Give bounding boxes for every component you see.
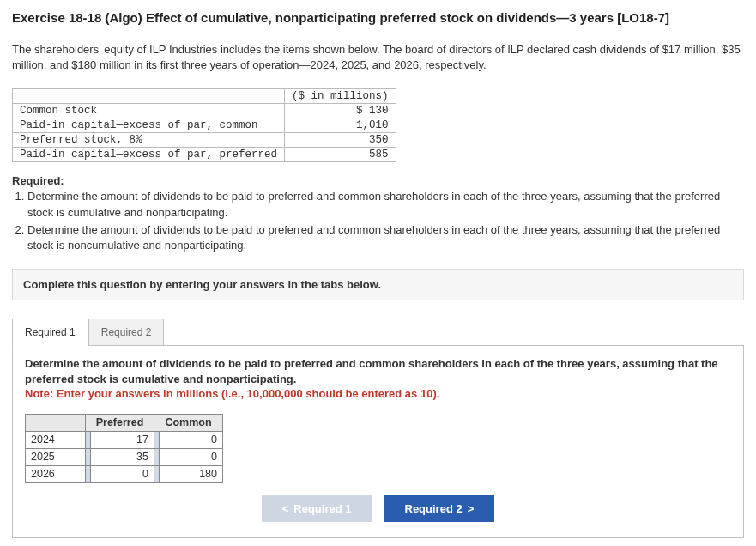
preferred-input[interactable]: 35 bbox=[86, 448, 154, 465]
year-cell: 2026 bbox=[26, 465, 86, 482]
next-label: Required 2 bbox=[405, 502, 463, 515]
equity-header: ($ in millions) bbox=[285, 89, 396, 104]
tab-panel: Determine the amount of dividends to be … bbox=[12, 345, 744, 538]
equity-row-value: 350 bbox=[285, 133, 396, 148]
equity-row-value: 585 bbox=[285, 148, 396, 162]
equity-row-label: Preferred stock, 8% bbox=[13, 133, 285, 148]
instruction-box: Complete this question by entering your … bbox=[12, 269, 744, 300]
tab-instruction: Determine the amount of dividends to be … bbox=[25, 356, 731, 386]
preferred-input[interactable]: 17 bbox=[86, 431, 154, 448]
required-list: Determine the amount of dividends to be … bbox=[12, 189, 744, 253]
intro-text: The shareholders' equity of ILP Industri… bbox=[12, 42, 744, 73]
common-input[interactable]: 180 bbox=[154, 465, 223, 482]
required-item-2: Determine the amount of dividends to be … bbox=[27, 222, 744, 253]
common-header: Common bbox=[154, 414, 223, 431]
tabs: Required 1 Required 2 bbox=[12, 318, 744, 345]
equity-row-value: 1,010 bbox=[285, 118, 396, 133]
equity-row-label: Common stock bbox=[13, 104, 285, 118]
table-row: 2025 35 0 bbox=[26, 448, 223, 465]
table-row: 2024 17 0 bbox=[26, 431, 223, 448]
table-row: 2026 0 180 bbox=[26, 465, 223, 482]
equity-row-label: Paid-in capital—excess of par, common bbox=[13, 118, 285, 133]
year-cell: 2025 bbox=[26, 448, 86, 465]
chevron-left-icon: < bbox=[282, 502, 289, 515]
exercise-title: Exercise 18-18 (Algo) Effect of cumulati… bbox=[12, 9, 744, 27]
equity-row-value: $ 130 bbox=[285, 104, 396, 118]
prev-button[interactable]: < Required 1 bbox=[262, 495, 372, 522]
required-item-1: Determine the amount of dividends to be … bbox=[27, 189, 744, 220]
nav-buttons: < Required 1 Required 2 > bbox=[25, 495, 731, 522]
preferred-header: Preferred bbox=[86, 414, 154, 431]
prev-label: Required 1 bbox=[293, 502, 351, 515]
tab-required-1[interactable]: Required 1 bbox=[12, 318, 88, 346]
answer-table: Preferred Common 2024 17 0 2025 35 0 202… bbox=[25, 414, 223, 483]
tab-required-2[interactable]: Required 2 bbox=[88, 318, 165, 346]
required-label: Required: bbox=[12, 174, 744, 187]
equity-blank-header bbox=[13, 89, 285, 104]
instruction-text: Complete this question by entering your … bbox=[23, 278, 733, 291]
next-button[interactable]: Required 2 > bbox=[384, 495, 495, 522]
preferred-input[interactable]: 0 bbox=[86, 465, 154, 482]
equity-table: ($ in millions) Common stock $ 130 Paid-… bbox=[12, 88, 396, 162]
equity-row-label: Paid-in capital—excess of par, preferred bbox=[13, 148, 285, 162]
year-cell: 2024 bbox=[26, 431, 86, 448]
chevron-right-icon: > bbox=[468, 502, 475, 515]
answer-blank-header bbox=[26, 414, 86, 431]
tab-note: Note: Enter your answers in millions (i.… bbox=[25, 386, 731, 402]
common-input[interactable]: 0 bbox=[154, 431, 223, 448]
common-input[interactable]: 0 bbox=[154, 448, 223, 465]
